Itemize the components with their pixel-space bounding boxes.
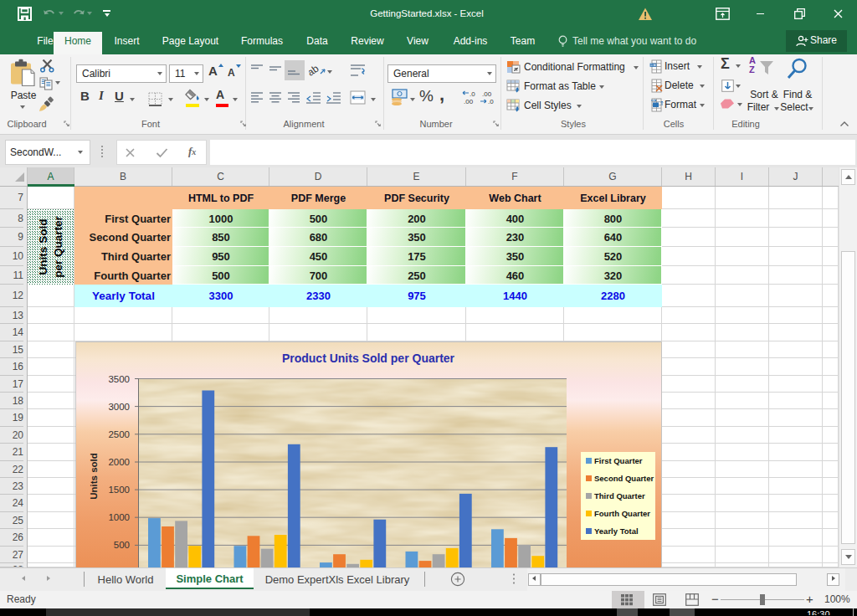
svg-text:Second Quarter: Second Quarter [594, 474, 654, 483]
svg-text:First Quarter: First Quarter [594, 456, 643, 465]
svg-text:Units sold: Units sold [89, 453, 99, 500]
svg-text:Yearly Total: Yearly Total [594, 526, 639, 536]
svg-text:Third Quarter: Third Quarter [594, 491, 645, 501]
svg-text:2500: 2500 [108, 429, 130, 439]
svg-text:Product Units Sold per Quarter: Product Units Sold per Quarter [282, 352, 455, 365]
svg-text:1000: 1000 [108, 512, 130, 522]
svg-text:500: 500 [114, 540, 130, 550]
svg-text:Fourth Quarter: Fourth Quarter [594, 509, 650, 518]
svg-text:3500: 3500 [108, 374, 130, 384]
svg-text:1500: 1500 [108, 485, 130, 495]
svg-text:2000: 2000 [108, 457, 130, 467]
svg-text:3000: 3000 [108, 402, 130, 412]
